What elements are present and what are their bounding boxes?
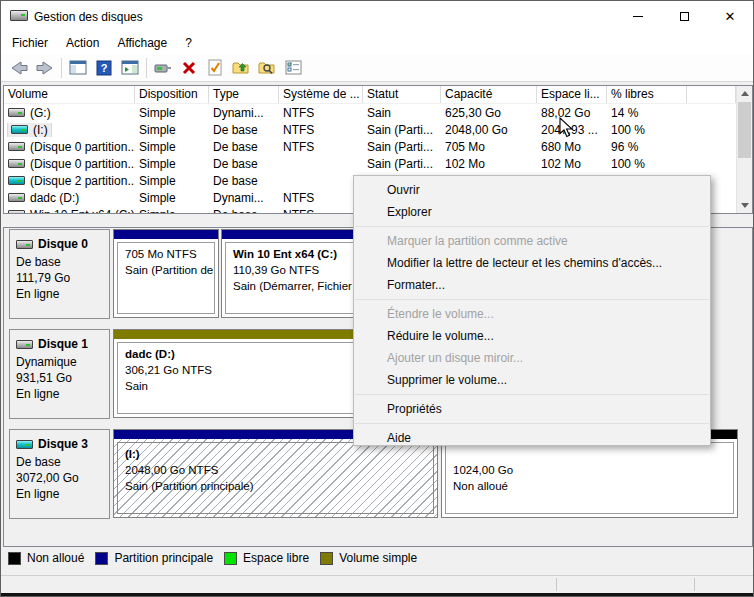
- drive-icon: [8, 159, 25, 168]
- menu-item-formater[interactable]: Formater...: [354, 274, 710, 296]
- forward-button[interactable]: [32, 56, 58, 80]
- close-button[interactable]: ✕: [707, 1, 753, 32]
- col-disposition[interactable]: Disposition: [135, 86, 209, 103]
- vertical-scrollbar[interactable]: [736, 86, 752, 213]
- menu-item-modifier-lettre[interactable]: Modifier la lettre de lecteur et les che…: [354, 252, 710, 274]
- menu-item-explorer[interactable]: Explorer: [354, 201, 710, 223]
- scroll-thumb[interactable]: [738, 102, 751, 158]
- disk-icon: [16, 340, 33, 349]
- maximize-button[interactable]: [661, 1, 707, 32]
- title-bar: Gestion des disques ✕: [1, 1, 753, 32]
- legend-swatch-green: [224, 552, 237, 565]
- legend-unallocated: Non alloué: [8, 551, 84, 565]
- table-row[interactable]: (Disque 0 partition... Simple De base Sa…: [4, 155, 736, 172]
- menu-fichier[interactable]: Fichier: [3, 32, 57, 54]
- minimize-icon: [633, 16, 643, 17]
- col-systeme[interactable]: Système de ...: [279, 86, 363, 103]
- action-pane-icon: [121, 60, 139, 75]
- disk-icon: [16, 240, 33, 249]
- legend-simple-volume: Volume simple: [320, 551, 417, 565]
- col-type[interactable]: Type: [209, 86, 279, 103]
- disk3-type: De base: [16, 454, 103, 470]
- menu-separator: [355, 394, 709, 395]
- table-row[interactable]: (G:) Simple Dynami... NTFS Sain 625,30 G…: [4, 104, 736, 121]
- menu-item-ajouter-miroir: Ajouter un disque miroir...: [354, 347, 710, 369]
- table-row[interactable]: (Disque 0 partition... Simple De base NT…: [4, 138, 736, 155]
- folder-up-icon: [232, 60, 250, 75]
- forward-arrow-icon: [35, 60, 55, 76]
- menu-bar: Fichier Action Affichage ?: [1, 32, 753, 54]
- menu-item-proprietes[interactable]: Propriétés: [354, 398, 710, 420]
- maximize-icon: [680, 12, 689, 21]
- menu-action[interactable]: Action: [57, 32, 108, 54]
- disk0-type: De base: [16, 254, 103, 270]
- window-title: Gestion des disques: [34, 10, 143, 24]
- col-capacite[interactable]: Capacité: [441, 86, 537, 103]
- show-action-pane-button[interactable]: [117, 56, 143, 80]
- scroll-down-icon: [741, 203, 749, 208]
- desktop-edge: [1, 593, 753, 597]
- col-statut[interactable]: Statut: [363, 86, 441, 103]
- app-disk-icon: [10, 10, 28, 24]
- disk3-status: En ligne: [16, 486, 103, 502]
- partition-color-bar: [114, 230, 218, 239]
- drive-icon-teal: [8, 176, 25, 185]
- legend-primary-partition: Partition principale: [95, 551, 213, 565]
- scroll-up-icon: [741, 91, 749, 96]
- checklist-icon: [285, 60, 302, 75]
- menu-affichage[interactable]: Affichage: [108, 32, 176, 54]
- help-icon: ?: [96, 60, 112, 76]
- toolbar: ?: [1, 54, 753, 82]
- col-libres[interactable]: % libres: [607, 86, 687, 103]
- scroll-up-button[interactable]: [737, 86, 752, 101]
- col-filler: [687, 86, 736, 103]
- legend-swatch-black: [8, 552, 21, 565]
- check-document-button[interactable]: [202, 56, 228, 80]
- delete-x-icon: [181, 60, 197, 76]
- drive-icon: [8, 193, 25, 202]
- toolbar-separator: [61, 58, 62, 78]
- folder-up-button[interactable]: [228, 56, 254, 80]
- drive-icon-teal: [11, 125, 28, 134]
- delete-button[interactable]: [176, 56, 202, 80]
- volume-list-header: Volume Disposition Type Système de ... S…: [4, 86, 736, 104]
- menu-help[interactable]: ?: [176, 32, 201, 54]
- disk-icon-teal: [16, 440, 33, 449]
- back-button[interactable]: [6, 56, 32, 80]
- help-button[interactable]: ?: [91, 56, 117, 80]
- menu-item-reduire[interactable]: Réduire le volume...: [354, 325, 710, 347]
- svg-text:?: ?: [101, 62, 108, 74]
- mouse-cursor: [559, 117, 573, 141]
- disk1-size: 931,51 Go: [16, 370, 103, 386]
- folder-search-icon: [258, 60, 276, 76]
- checklist-button[interactable]: [280, 56, 306, 80]
- minimize-button[interactable]: [615, 1, 661, 32]
- partition-disk0-system[interactable]: 705 Mo NTFS Sain (Partition de: [113, 229, 219, 318]
- scroll-down-button[interactable]: [737, 198, 752, 213]
- col-espace[interactable]: Espace li...: [537, 86, 607, 103]
- legend-swatch-olive: [320, 552, 333, 565]
- menu-item-ouvrir[interactable]: Ouvrir: [354, 179, 710, 201]
- table-row-selected[interactable]: (I:) Simple De base NTFS Sain (Parti... …: [4, 121, 736, 138]
- legend: Non alloué Partition principale Espace l…: [8, 551, 417, 565]
- menu-separator: [355, 299, 709, 300]
- menu-item-supprimer[interactable]: Supprimer le volume...: [354, 369, 710, 391]
- disk0-size: 111,79 Go: [16, 270, 103, 286]
- disk3-size: 3072,00 Go: [16, 470, 103, 486]
- show-console-tree-button[interactable]: [65, 56, 91, 80]
- disk3-label[interactable]: Disque 3 De base 3072,00 Go En ligne: [9, 429, 110, 519]
- drive-icon: [8, 210, 25, 213]
- device-view-button[interactable]: [150, 56, 176, 80]
- context-menu: Ouvrir Explorer Marquer la partition com…: [353, 175, 711, 446]
- disk0-label[interactable]: Disque 0 De base 111,79 Go En ligne: [9, 229, 110, 319]
- disk1-label[interactable]: Disque 1 Dynamique 931,51 Go En ligne: [9, 329, 110, 419]
- menu-separator: [355, 423, 709, 424]
- close-icon: ✕: [725, 10, 736, 23]
- console-tree-icon: [69, 60, 87, 75]
- legend-free-space: Espace libre: [224, 551, 309, 565]
- folder-search-button[interactable]: [254, 56, 280, 80]
- disk1-status: En ligne: [16, 386, 103, 402]
- disk0-status: En ligne: [16, 286, 103, 302]
- menu-item-aide[interactable]: Aide: [354, 427, 710, 446]
- col-volume[interactable]: Volume: [4, 86, 135, 103]
